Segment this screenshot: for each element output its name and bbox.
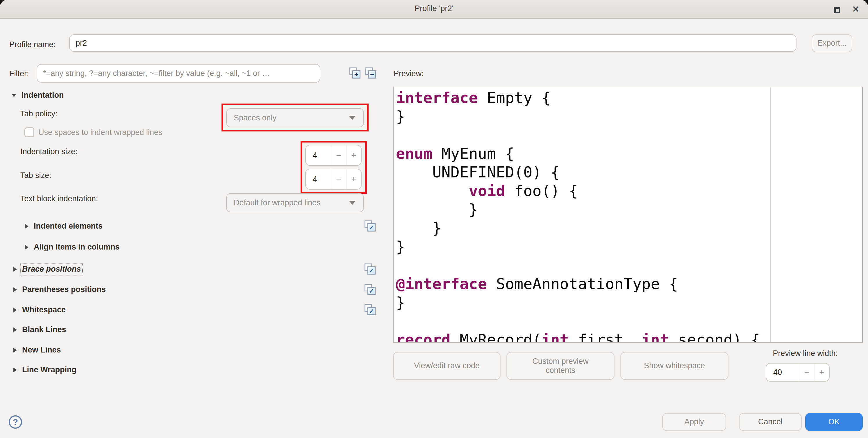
filter-label: Filter: <box>9 69 29 78</box>
filter-input[interactable] <box>37 64 320 83</box>
modified-check-icon: ✓ <box>365 221 376 232</box>
chevron-right-icon <box>13 267 17 272</box>
indentation-size-label: Indentation size: <box>20 147 78 156</box>
indentation-size-stepper[interactable]: 4 − + <box>305 145 362 166</box>
show-whitespace-button[interactable]: Show whitespace <box>620 352 728 380</box>
tab-policy-label: Tab policy: <box>20 109 58 118</box>
view-edit-raw-code-button[interactable]: View/edit raw code <box>393 352 501 380</box>
print-margin-line <box>770 87 771 342</box>
tree-item-line-wrapping[interactable]: Line Wrapping <box>13 365 76 374</box>
tab-policy-select[interactable]: Spaces only <box>226 108 364 127</box>
chevron-down-icon <box>12 94 16 97</box>
preview-line-width-stepper[interactable]: 40 − + <box>766 363 830 382</box>
close-icon[interactable]: ✕ <box>850 5 861 14</box>
help-icon[interactable]: ? <box>9 415 22 429</box>
plus-icon[interactable]: + <box>346 169 361 189</box>
formatter-profile-dialog: Profile 'pr2' ✕ Profile name: Export... … <box>0 0 868 438</box>
cancel-button[interactable]: Cancel <box>739 413 802 431</box>
text-block-indentation-select[interactable]: Default for wrapped lines <box>226 193 364 212</box>
chevron-right-icon <box>13 308 17 312</box>
apply-button[interactable]: Apply <box>662 413 726 431</box>
tree-item-whitespace[interactable]: Whitespace <box>13 305 66 314</box>
plus-icon[interactable]: + <box>814 363 829 381</box>
chevron-down-icon <box>349 201 356 205</box>
tab-size-label: Tab size: <box>20 171 52 180</box>
tree-item-align-items[interactable]: Align items in columns <box>25 242 120 252</box>
minus-icon[interactable]: − <box>331 145 346 165</box>
text-block-indentation-label: Text block indentation: <box>20 194 98 203</box>
chevron-right-icon <box>25 224 29 229</box>
modified-check-icon: ✓ <box>365 284 376 295</box>
chevron-right-icon <box>13 287 17 292</box>
ok-button[interactable]: OK <box>805 413 863 431</box>
chevron-down-icon <box>349 116 356 120</box>
code-preview-text: interface Empty {} enum MyEnum { UNDEFIN… <box>396 88 760 343</box>
preview-label: Preview: <box>394 69 424 78</box>
chevron-right-icon <box>13 368 17 372</box>
tab-size-stepper[interactable]: 4 − + <box>305 169 362 189</box>
title-bar: Profile 'pr2' ✕ <box>0 0 868 19</box>
tree-section-indentation[interactable]: Indentation <box>12 91 64 100</box>
tree-item-indented-elements[interactable]: Indented elements <box>25 222 103 231</box>
minus-icon[interactable]: − <box>799 363 814 381</box>
tree-item-parentheses-positions[interactable]: Parentheses positions <box>13 285 106 294</box>
profile-name-label: Profile name: <box>9 40 56 49</box>
window-title: Profile 'pr2' <box>0 4 868 13</box>
use-spaces-label: Use spaces to indent wrapped lines <box>38 128 162 137</box>
modified-check-icon: ✓ <box>365 304 376 316</box>
collapse-all-icon[interactable]: − <box>365 67 377 79</box>
profile-name-input[interactable] <box>69 34 797 52</box>
maximize-icon[interactable] <box>832 5 842 14</box>
chevron-right-icon <box>13 327 17 332</box>
minus-icon[interactable]: − <box>331 169 346 189</box>
use-spaces-checkbox[interactable] <box>24 127 34 137</box>
export-button[interactable]: Export... <box>812 34 852 52</box>
chevron-right-icon <box>25 245 29 250</box>
preview-line-width-label: Preview line width: <box>758 349 838 358</box>
chevron-right-icon <box>13 348 17 352</box>
custom-preview-contents-button[interactable]: Custom preview contents <box>506 352 615 380</box>
tree-item-brace-positions[interactable]: Brace positions <box>13 265 81 274</box>
expand-all-icon[interactable]: + <box>349 67 361 79</box>
tree-item-new-lines[interactable]: New Lines <box>13 346 61 354</box>
plus-icon[interactable]: + <box>346 145 361 165</box>
modified-check-icon: ✓ <box>365 263 376 275</box>
code-preview-pane[interactable]: interface Empty {} enum MyEnum { UNDEFIN… <box>393 87 863 343</box>
tree-item-blank-lines[interactable]: Blank Lines <box>13 325 66 334</box>
